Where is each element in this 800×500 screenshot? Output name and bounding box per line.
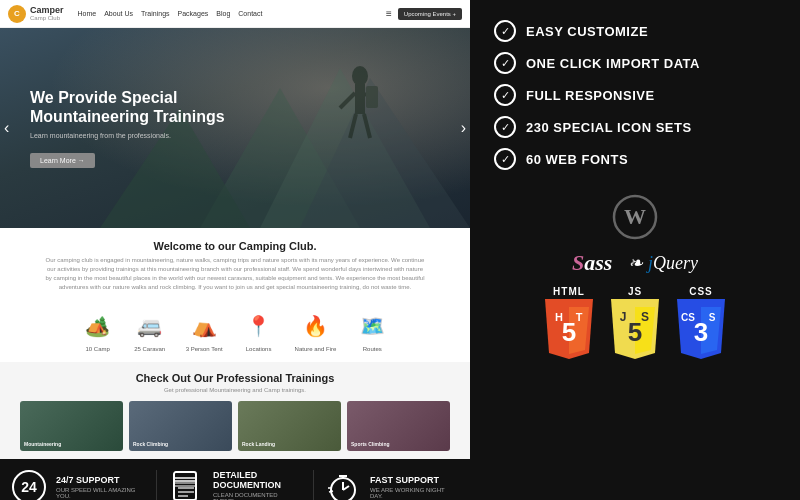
doc-text: DETAILED DOCUMENTION CLEAN DOCUMENTED TH… (213, 470, 301, 500)
trainings-subtitle: Get professional Mountaineering and Camp… (20, 387, 450, 393)
icon-nature-fire: 🔥 Nature and Fire (295, 310, 337, 352)
support-subtitle: OUR SPEED WILL AMAZING YOU. (56, 487, 144, 499)
bottom-support-item: 24 24/7 SUPPORT OUR SPEED WILL AMAZING Y… (0, 470, 157, 500)
logo-title: Camper (30, 6, 64, 15)
jquery-logo: ❧ jQuery (628, 252, 698, 274)
support-24-icon: 24 (12, 470, 46, 500)
html-label: HTML (553, 286, 585, 297)
check-icon-3: ✓ (494, 84, 516, 106)
fire-label: Nature and Fire (295, 346, 337, 352)
document-icon (172, 470, 200, 500)
logo-text: Camper Camp Club (30, 6, 64, 21)
svg-text:W: W (624, 204, 646, 229)
training-card-rock-landing: Rock Landing (238, 401, 341, 451)
doc-subtitle: CLEAN DOCUMENTED THEME. (213, 492, 301, 500)
fast-support-subtitle: WE ARE WORKING NIGHT DAY. (370, 487, 458, 499)
timer-svg (326, 470, 360, 500)
camp-icon: 🏕️ (82, 310, 114, 342)
hero-content: We Provide SpecialMountaineering Trainin… (0, 88, 255, 168)
nav-blog: Blog (216, 10, 230, 17)
training-card-rock-climbing: Rock Climbing (129, 401, 232, 451)
html5-shield: 5 H T (542, 299, 596, 359)
nav-contact: Contact (238, 10, 262, 17)
location-icon: 📍 (243, 310, 275, 342)
doc-title: DETAILED DOCUMENTION (213, 470, 301, 490)
hero-learn-more-button[interactable]: Learn More → (30, 153, 95, 168)
html5-shield-item: HTML 5 H T (542, 286, 596, 359)
fire-icon: 🔥 (299, 310, 331, 342)
tech-logos-section: W Sass ❧ jQuery HTML 5 H T (494, 194, 776, 359)
tent-label: 3 Person Tent (186, 346, 223, 352)
svg-text:3: 3 (694, 317, 708, 347)
svg-rect-13 (174, 483, 196, 486)
svg-text:S: S (641, 310, 649, 324)
training-card-label-3: Rock Landing (242, 441, 275, 447)
tent-icon: ⛺ (188, 310, 220, 342)
script-logos-row: Sass ❧ jQuery (494, 250, 776, 276)
training-card-sports-climbing: Sports Climbing (347, 401, 450, 451)
training-card-label-1: Mountaineering (24, 441, 61, 447)
icon-caravan: 🚐 25 Caravan (134, 310, 166, 352)
training-card-mountaineering: Mountaineering (20, 401, 123, 451)
svg-rect-10 (366, 86, 378, 108)
nav-home: Home (78, 10, 97, 17)
support-text: 24/7 SUPPORT OUR SPEED WILL AMAZING YOU. (56, 475, 144, 499)
site-header: C Camper Camp Club Home About Us Trainin… (0, 0, 470, 28)
feature-one-click-import: ✓ ONE CLICK IMPORT DATA (494, 52, 776, 74)
icon-camp: 🏕️ 10 Camp (82, 310, 114, 352)
sass-logo: Sass (572, 250, 612, 276)
caravan-icon: 🚐 (134, 310, 166, 342)
hamburger-icon: ≡ (386, 8, 392, 19)
nav-packages: Packages (178, 10, 209, 17)
feature-label-1: EASY CUSTOMIZE (526, 24, 648, 39)
event-button: Upcoming Events + (398, 8, 462, 20)
check-icon-5: ✓ (494, 148, 516, 170)
doc-icon (169, 470, 203, 500)
svg-rect-5 (355, 84, 365, 114)
feature-easy-customize: ✓ EASY CUSTOMIZE (494, 20, 776, 42)
hero-next-arrow[interactable]: › (461, 119, 466, 137)
css-label: CSS (689, 286, 713, 297)
feature-icon-sets: ✓ 230 SPECIAL ICON SETS (494, 116, 776, 138)
training-cards-grid: Mountaineering Rock Climbing Rock Landin… (20, 401, 450, 451)
routes-icon: 🗺️ (356, 310, 388, 342)
tech-shields-row: HTML 5 H T JS 5 J S (494, 286, 776, 359)
css3-shield: 3 CS S (674, 299, 728, 359)
nav-about: About Us (104, 10, 133, 17)
js-shield: 5 J S (608, 299, 662, 359)
feature-list: ✓ EASY CUSTOMIZE ✓ ONE CLICK IMPORT DATA… (494, 20, 776, 180)
svg-text:H: H (555, 311, 563, 323)
feature-label-2: ONE CLICK IMPORT DATA (526, 56, 700, 71)
nav-links: Home About Us Trainings Packages Blog Co… (78, 10, 263, 17)
svg-point-4 (352, 66, 368, 86)
svg-text:CS: CS (681, 312, 695, 323)
website-preview: C Camper Camp Club Home About Us Trainin… (0, 0, 470, 500)
svg-rect-12 (174, 478, 196, 481)
feature-full-responsive: ✓ FULL RESPONSIVE (494, 84, 776, 106)
check-icon-1: ✓ (494, 20, 516, 42)
amenities-icons-row: 🏕️ 10 Camp 🚐 25 Caravan ⛺ 3 Person Tent … (0, 300, 470, 362)
camp-label: 10 Camp (82, 346, 114, 352)
hero-subtitle: Learn mountaineering from the profession… (30, 132, 225, 139)
logo-icon: C (8, 5, 26, 23)
svg-text:5: 5 (562, 317, 576, 347)
wordpress-logo-row: W (494, 194, 776, 240)
hero-section: ‹ We Provide SpecialMountaineering Train… (0, 28, 470, 228)
features-panel: ✓ EASY CUSTOMIZE ✓ ONE CLICK IMPORT DATA… (470, 0, 800, 500)
timer-icon (326, 470, 360, 500)
routes-label: Routes (356, 346, 388, 352)
check-icon-2: ✓ (494, 52, 516, 74)
feature-label-3: FULL RESPONSIVE (526, 88, 655, 103)
svg-text:J: J (620, 310, 627, 324)
icon-routes: 🗺️ Routes (356, 310, 388, 352)
hero-prev-arrow[interactable]: ‹ (4, 119, 9, 137)
fast-support-text: FAST SUPPORT WE ARE WORKING NIGHT DAY. (370, 475, 458, 499)
fast-support-title: FAST SUPPORT (370, 475, 458, 485)
location-label: Locations (243, 346, 275, 352)
support-title: 24/7 SUPPORT (56, 475, 144, 485)
wordpress-logo: W (612, 194, 658, 240)
site-logo: C Camper Camp Club (8, 5, 64, 23)
bottom-bar: 24 24/7 SUPPORT OUR SPEED WILL AMAZING Y… (0, 459, 470, 500)
svg-text:T: T (576, 311, 583, 323)
trainings-title: Check Out Our Professional Trainings (20, 372, 450, 384)
